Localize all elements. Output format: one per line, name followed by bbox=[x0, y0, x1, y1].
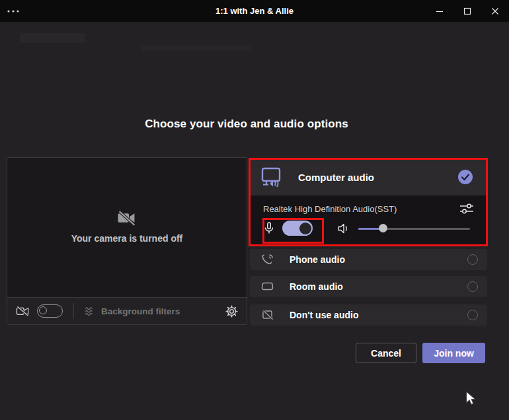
volume-slider-thumb[interactable] bbox=[379, 224, 387, 232]
microphone-icon bbox=[264, 222, 274, 234]
device-row: Realtek High Definition Audio(SST) bbox=[250, 195, 487, 215]
camera-toggle-knob bbox=[39, 306, 47, 314]
phone-audio-radio[interactable] bbox=[467, 254, 478, 265]
no-audio-label: Don't use audio bbox=[290, 310, 358, 320]
close-button[interactable] bbox=[481, 0, 509, 22]
page-title: Choose your video and audio options bbox=[0, 118, 493, 131]
speaker-icon bbox=[337, 223, 350, 234]
phone-audio-option[interactable]: Phone audio bbox=[250, 249, 487, 270]
phone-audio-icon bbox=[261, 253, 274, 266]
room-audio-label: Room audio bbox=[290, 281, 343, 292]
no-audio-icon-wrap bbox=[260, 310, 275, 320]
camera-toggle[interactable] bbox=[37, 304, 63, 318]
background-filters-button[interactable]: Background filters bbox=[84, 306, 180, 316]
camera-toolbar: Background filters bbox=[7, 297, 247, 324]
check-icon bbox=[458, 170, 473, 184]
computer-audio-label: Computer audio bbox=[298, 172, 374, 183]
volume-icon-wrap bbox=[337, 223, 350, 234]
maximize-icon bbox=[463, 7, 471, 15]
camera-off-message: Your camera is turned off bbox=[7, 209, 247, 244]
faint-artifact bbox=[20, 33, 85, 43]
device-settings-button[interactable] bbox=[225, 305, 238, 318]
room-audio-radio[interactable] bbox=[467, 281, 478, 292]
no-audio-icon bbox=[262, 310, 274, 320]
background-filters-label: Background filters bbox=[101, 306, 180, 316]
camera-status-text: Your camera is turned off bbox=[71, 233, 183, 244]
sliders-icon bbox=[459, 203, 474, 215]
maximize-button[interactable] bbox=[453, 0, 481, 22]
audio-options-panel: Computer audio Realtek High Definition A… bbox=[250, 158, 487, 326]
volume-slider[interactable] bbox=[358, 224, 470, 233]
room-audio-option[interactable]: Room audio bbox=[250, 276, 487, 297]
room-audio-icon bbox=[261, 281, 274, 292]
room-icon-wrap bbox=[260, 281, 275, 292]
teams-prejoin-window: 1:1 with Jen & Allie Choose your v bbox=[0, 0, 509, 420]
window-controls bbox=[426, 0, 509, 22]
mic-toggle[interactable] bbox=[282, 221, 313, 236]
faint-artifact bbox=[142, 46, 251, 51]
camera-preview: Your camera is turned off bbox=[7, 157, 247, 325]
audio-device-section: Realtek High Definition Audio(SST) bbox=[250, 195, 487, 246]
no-audio-option[interactable]: Don't use audio bbox=[250, 304, 487, 326]
audio-device-settings-button[interactable] bbox=[459, 203, 474, 215]
phone-icon-wrap bbox=[260, 253, 275, 266]
no-audio-radio[interactable] bbox=[467, 310, 478, 320]
computer-audio-icon bbox=[260, 166, 284, 188]
computer-audio-option[interactable]: Computer audio bbox=[250, 158, 487, 195]
selected-check-badge bbox=[458, 170, 473, 184]
mic-toggle-knob bbox=[299, 223, 311, 234]
gear-icon bbox=[225, 305, 238, 318]
divider bbox=[73, 303, 74, 319]
join-now-button[interactable]: Join now bbox=[422, 343, 485, 363]
camera-toggle-icon bbox=[16, 306, 30, 317]
cancel-button[interactable]: Cancel bbox=[356, 343, 416, 363]
minimize-icon bbox=[436, 7, 444, 15]
audio-device-name: Realtek High Definition Audio(SST) bbox=[263, 204, 397, 214]
camera-off-icon bbox=[115, 209, 139, 227]
mouse-cursor bbox=[465, 391, 478, 405]
mic-volume-row bbox=[250, 215, 487, 236]
close-icon bbox=[491, 7, 499, 15]
phone-audio-label: Phone audio bbox=[290, 254, 345, 265]
titlebar: 1:1 with Jen & Allie bbox=[0, 0, 509, 22]
minimize-button[interactable] bbox=[426, 0, 453, 22]
background-filters-icon bbox=[84, 306, 95, 316]
